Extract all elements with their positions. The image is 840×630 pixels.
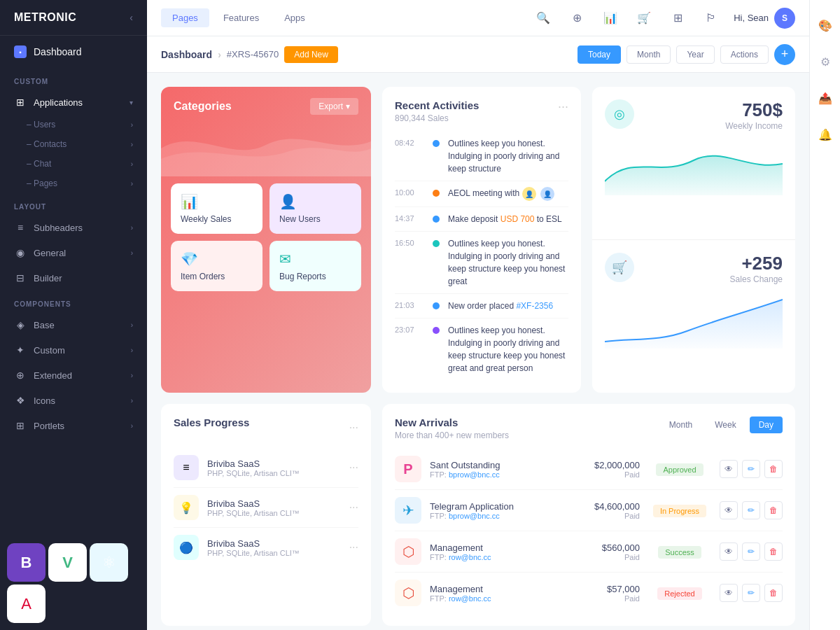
tab-apps[interactable]: Apps bbox=[273, 8, 316, 27]
sidebar-item-subheaders[interactable]: ≡ Subheaders › bbox=[0, 215, 147, 240]
action-delete-4[interactable]: 🗑 bbox=[764, 584, 783, 602]
activities-header: Recent Activities 890,344 Sales ··· bbox=[395, 99, 568, 123]
arrival-row-4: ⬡ Management FTP: row@bnc.cc $57,000 Pai… bbox=[395, 573, 783, 613]
cat-item-orders[interactable]: 💎 Item Orders bbox=[171, 241, 262, 291]
arrival-logo-1: P bbox=[395, 456, 421, 482]
arrival-icon-1: P bbox=[403, 461, 412, 477]
arrival-row-1: P Sant Outstanding FTP: bprow@bnc.cc $2,… bbox=[395, 449, 783, 490]
tab-features[interactable]: Features bbox=[212, 8, 270, 27]
sidebar-item-applications[interactable]: ⊞ Applications ▾ bbox=[0, 90, 147, 115]
sales-item-1: ≡ Briviba SaaS PHP, SQLite, Artisan CLI™… bbox=[174, 448, 358, 488]
sidebar-dashboard-item[interactable]: ▪ Dashboard bbox=[0, 36, 147, 68]
nav-left-applications: ⊞ Applications bbox=[14, 96, 83, 108]
tab-pages[interactable]: Pages bbox=[161, 8, 209, 27]
arrival-amount-1: $2,000,000 bbox=[577, 460, 640, 470]
base-icon: ◈ bbox=[14, 318, 27, 331]
status-badge-3: Success bbox=[658, 546, 701, 559]
section-components-label: COMPONENTS bbox=[0, 290, 147, 312]
action-edit-1[interactable]: ✏ bbox=[742, 460, 760, 478]
filter-month[interactable]: Month bbox=[660, 416, 701, 433]
share-icon[interactable]: ⊕ bbox=[566, 7, 588, 29]
user-avatar[interactable]: S bbox=[774, 8, 795, 29]
subheader-right: Today Month Year Actions + bbox=[578, 44, 795, 65]
arrival-paid-3: Paid bbox=[577, 553, 640, 561]
dot-6 bbox=[433, 327, 440, 334]
arrival-info-1: Sant Outstanding FTP: bprow@bnc.cc bbox=[430, 460, 568, 479]
arrival-amount-col-3: $560,000 Paid bbox=[577, 542, 640, 561]
sidebar-item-general[interactable]: ◉ General › bbox=[0, 240, 147, 265]
add-icon-button[interactable]: + bbox=[774, 44, 795, 65]
search-icon[interactable]: 🔍 bbox=[532, 7, 554, 29]
rb-send-icon[interactable]: 📤 bbox=[814, 87, 836, 109]
new-users-label: New Users bbox=[279, 214, 351, 224]
custom-label: Custom bbox=[34, 345, 65, 356]
action-edit-4[interactable]: ✏ bbox=[742, 584, 760, 602]
filter-week[interactable]: Week bbox=[706, 416, 745, 433]
sales-dots-3[interactable]: ··· bbox=[349, 541, 358, 554]
sidebar-item-users[interactable]: – Users › bbox=[0, 115, 147, 134]
text-1: Outlines keep you honest. Indulging in p… bbox=[448, 137, 568, 175]
sales-item-3: 🔵 Briviba SaaS PHP, SQLite, Artisan CLI™… bbox=[174, 528, 358, 567]
sidebar-item-portlets[interactable]: ⊞ Portlets › bbox=[0, 413, 147, 438]
cat-weekly-sales[interactable]: 📊 Weekly Sales bbox=[171, 183, 262, 234]
sidebar-item-pages[interactable]: – Pages › bbox=[0, 174, 147, 193]
sales-dots-1[interactable]: ··· bbox=[349, 461, 358, 474]
sales-chart bbox=[605, 293, 783, 349]
status-badge-1: Approved bbox=[656, 463, 703, 476]
add-new-button[interactable]: Add New bbox=[284, 46, 338, 63]
filter-month-button[interactable]: Month bbox=[626, 46, 671, 64]
arrival-actions-3: 👁 ✏ 🗑 bbox=[720, 542, 783, 561]
actions-button[interactable]: Actions bbox=[720, 46, 769, 64]
time-3: 14:37 bbox=[395, 213, 424, 223]
sidebar-logo: METRONIC ‹ bbox=[0, 0, 147, 36]
arrival-amount-col-2: $4,600,000 Paid bbox=[577, 501, 640, 520]
vue-logo[interactable]: V bbox=[48, 543, 87, 582]
subheaders-icon: ≡ bbox=[14, 221, 27, 234]
filter-today-button[interactable]: Today bbox=[578, 46, 621, 64]
sales-icon-2: 💡 bbox=[179, 501, 193, 514]
sidebar-item-icons[interactable]: ❖ Icons › bbox=[0, 388, 147, 413]
rb-settings-icon[interactable]: ⚙ bbox=[814, 50, 836, 73]
action-delete-3[interactable]: 🗑 bbox=[764, 542, 783, 561]
bootstrap-logo[interactable]: B bbox=[7, 543, 46, 582]
cat-bug-reports[interactable]: ✉ Bug Reports bbox=[270, 241, 361, 291]
contacts-label: – Contacts bbox=[27, 139, 66, 149]
sidebar-item-custom[interactable]: ✦ Custom › bbox=[0, 337, 147, 363]
action-view-3[interactable]: 👁 bbox=[720, 542, 738, 561]
action-edit-3[interactable]: ✏ bbox=[742, 542, 760, 561]
timeline-item-5: 21:03 New order placed #XF-2356 bbox=[395, 294, 568, 318]
pages-label: – Pages bbox=[27, 178, 57, 188]
action-delete-1[interactable]: 🗑 bbox=[764, 460, 783, 478]
action-view-1[interactable]: 👁 bbox=[720, 460, 738, 478]
filter-day[interactable]: Day bbox=[750, 416, 783, 433]
arrival-status-2: In Progress bbox=[648, 504, 711, 517]
sidebar-collapse-icon[interactable]: ‹ bbox=[130, 12, 133, 23]
sidebar-item-chat[interactable]: – Chat › bbox=[0, 154, 147, 174]
sidebar-item-extended[interactable]: ⊕ Extended › bbox=[0, 363, 147, 388]
sales-progress-menu-icon[interactable]: ··· bbox=[349, 421, 358, 434]
flag-icon[interactable]: 🏳 bbox=[700, 7, 722, 29]
action-delete-2[interactable]: 🗑 bbox=[764, 501, 783, 519]
time-1: 08:42 bbox=[395, 137, 424, 147]
rb-bell-icon[interactable]: 🔔 bbox=[814, 123, 836, 146]
breadcrumb-id: #XRS-45670 bbox=[227, 49, 279, 59]
export-button[interactable]: Export ▾ bbox=[310, 98, 358, 115]
cart-icon[interactable]: 🛒 bbox=[633, 7, 655, 29]
activities-menu-icon[interactable]: ··· bbox=[558, 99, 568, 114]
action-view-2[interactable]: 👁 bbox=[720, 501, 738, 519]
chart-icon[interactable]: 📊 bbox=[599, 7, 622, 29]
sidebar-item-contacts[interactable]: – Contacts › bbox=[0, 134, 147, 154]
sales-name-1: Briviba SaaS bbox=[207, 458, 341, 469]
filter-year-button[interactable]: Year bbox=[676, 46, 714, 64]
rb-palette-icon[interactable]: 🎨 bbox=[814, 14, 836, 36]
angular-logo[interactable]: A bbox=[7, 584, 46, 623]
grid-icon[interactable]: ⊞ bbox=[666, 7, 689, 29]
react-logo[interactable]: ⚛ bbox=[90, 543, 128, 582]
action-view-4[interactable]: 👁 bbox=[720, 584, 738, 602]
sales-sub-1: PHP, SQLite, Artisan CLI™ bbox=[207, 469, 341, 477]
sidebar-item-builder[interactable]: ⊟ Builder bbox=[0, 265, 147, 290]
sidebar-item-base[interactable]: ◈ Base › bbox=[0, 312, 147, 337]
action-edit-2[interactable]: ✏ bbox=[742, 501, 760, 519]
cat-new-users[interactable]: 👤 New Users bbox=[270, 183, 361, 234]
sales-dots-2[interactable]: ··· bbox=[349, 501, 358, 514]
